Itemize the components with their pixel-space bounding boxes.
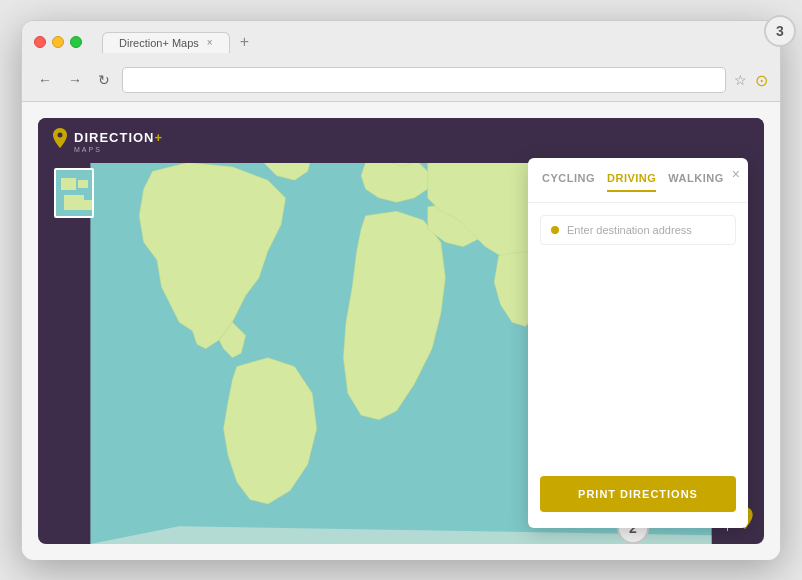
minimize-traffic-light[interactable] [52, 36, 64, 48]
logo-subtitle: MAPS [74, 146, 163, 153]
logo-pin-icon [52, 128, 68, 153]
active-tab[interactable]: Direction+ Maps × [102, 32, 230, 53]
panel-spacer [540, 253, 736, 468]
new-tab-button[interactable]: + [234, 31, 255, 53]
bookmark-icon[interactable]: ☆ [734, 72, 747, 88]
tab-bar: Direction+ Maps × + [102, 31, 255, 53]
browser-titlebar: Direction+ Maps × + [34, 31, 768, 53]
address-bar[interactable] [122, 67, 726, 93]
panel-tabs: CYCLING DRIVING WALKING [528, 158, 748, 203]
direction-panel: × CYCLING DRIVING WALKING Enter destinat… [528, 158, 748, 528]
browser-window: Direction+ Maps × + ← → ↻ ☆ ⊙ 3 [21, 20, 781, 560]
svg-point-1 [58, 133, 63, 138]
tab-driving[interactable]: DRIVING [607, 172, 656, 192]
browser-chrome: Direction+ Maps × + ← → ↻ ☆ ⊙ [22, 21, 780, 102]
tab-cycling[interactable]: CYCLING [542, 172, 595, 192]
back-button[interactable]: ← [34, 70, 56, 90]
maximize-traffic-light[interactable] [70, 36, 82, 48]
close-traffic-light[interactable] [34, 36, 46, 48]
app-logo: DIRECTION+ MAPS [52, 128, 163, 153]
svg-rect-4 [78, 180, 88, 188]
app-window: DIRECTION+ MAPS × [38, 118, 764, 544]
tab-walking[interactable]: WALKING [668, 172, 723, 192]
refresh-button[interactable]: ↻ [94, 70, 114, 90]
svg-rect-6 [81, 200, 93, 210]
browser-pin-icon: ⊙ [755, 71, 768, 90]
svg-rect-3 [61, 178, 76, 190]
destination-input-row: Enter destination address [540, 215, 736, 245]
tab-close-icon[interactable]: × [207, 37, 213, 48]
print-directions-button[interactable]: PRINT DIRECTIONS [540, 476, 736, 512]
panel-body: Enter destination address PRINT DIRECTIO… [528, 203, 748, 528]
map-thumbnail [54, 168, 94, 218]
forward-button[interactable]: → [64, 70, 86, 90]
app-header-bar: DIRECTION+ MAPS [38, 118, 764, 163]
panel-close-button[interactable]: × [732, 166, 740, 182]
logo-name: DIRECTION+ [74, 130, 163, 145]
browser-content: DIRECTION+ MAPS × [22, 102, 780, 560]
browser-toolbar: ← → ↻ ☆ ⊙ [34, 61, 768, 101]
badge-3: 3 [764, 15, 796, 47]
tab-label: Direction+ Maps [119, 37, 199, 49]
destination-placeholder-text: Enter destination address [567, 224, 725, 236]
logo-text-group: DIRECTION+ MAPS [74, 128, 163, 153]
destination-dot [551, 226, 559, 234]
traffic-lights [34, 36, 82, 48]
svg-rect-2 [56, 170, 94, 218]
